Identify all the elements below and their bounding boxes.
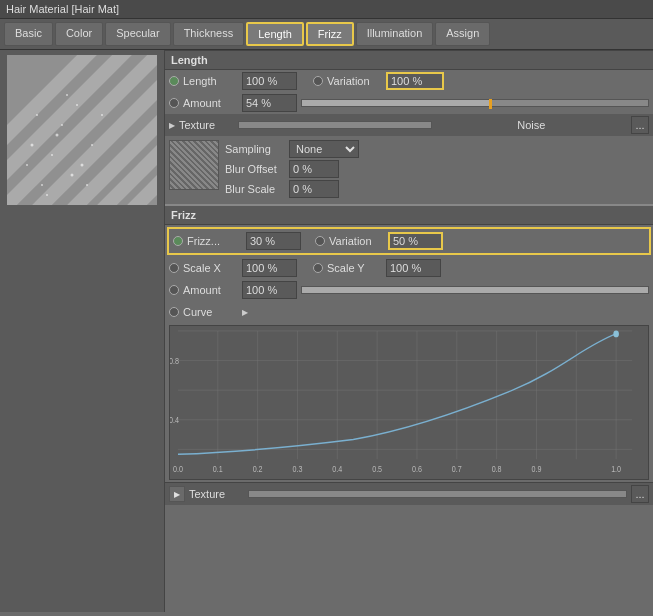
texture-detail: Sampling None Blur Offset Blur Scale: [165, 136, 653, 204]
svg-point-52: [613, 330, 619, 337]
length-input[interactable]: [242, 72, 297, 90]
noise-label: Noise: [436, 119, 628, 131]
svg-text:0.8: 0.8: [492, 464, 502, 474]
texture-dots-button[interactable]: ...: [631, 116, 649, 134]
tab-length[interactable]: Length: [246, 22, 304, 46]
curve-label: Curve: [183, 306, 238, 318]
svg-point-10: [76, 104, 78, 106]
tab-specular[interactable]: Specular: [105, 22, 170, 46]
amount-radio-length[interactable]: [169, 98, 179, 108]
blur-offset-row: Blur Offset: [225, 160, 649, 178]
svg-point-9: [56, 134, 59, 137]
svg-point-19: [86, 184, 88, 186]
svg-text:0.3: 0.3: [292, 464, 302, 474]
svg-text:0.0: 0.0: [173, 464, 183, 474]
preview-panel: [0, 50, 165, 612]
frizz-label: Frizz...: [187, 235, 242, 247]
blur-scale-label: Blur Scale: [225, 183, 285, 195]
svg-text:0.5: 0.5: [372, 464, 382, 474]
curve-chart[interactable]: 0.8 0.4 0.0 0.1 0.2 0.3 0.4 0.5 0.6 0.7 …: [169, 325, 649, 480]
amount-slider-frizz[interactable]: [301, 286, 649, 294]
scale-y-label: Scale Y: [327, 262, 382, 274]
frizz-input[interactable]: [246, 232, 301, 250]
svg-point-15: [61, 124, 63, 126]
scale-y-radio[interactable]: [313, 263, 323, 273]
scale-x-radio[interactable]: [169, 263, 179, 273]
svg-point-21: [101, 114, 103, 116]
amount-row-frizz: Amount: [165, 279, 653, 301]
blur-offset-label: Blur Offset: [225, 163, 285, 175]
texture-properties: Sampling None Blur Offset Blur Scale: [225, 140, 649, 200]
sampling-select[interactable]: None: [289, 140, 359, 158]
bottom-texture-dots-button[interactable]: ...: [631, 485, 649, 503]
texture-expand-arrow[interactable]: ▶: [169, 121, 175, 130]
window-title: Hair Material [Hair Mat]: [6, 3, 119, 15]
svg-point-22: [26, 164, 28, 166]
svg-text:0.6: 0.6: [412, 464, 422, 474]
blur-scale-row: Blur Scale: [225, 180, 649, 198]
variation-radio[interactable]: [313, 76, 323, 86]
main-content: Length Length Variation Amount ▶ Texture: [0, 50, 653, 612]
bottom-texture-label: Texture: [189, 488, 244, 500]
curve-radio[interactable]: [169, 307, 179, 317]
texture-row-length: ▶ Texture Noise ...: [165, 114, 653, 136]
tab-basic[interactable]: Basic: [4, 22, 53, 46]
svg-point-16: [81, 164, 84, 167]
texture-play-button[interactable]: ▶: [169, 486, 185, 502]
tab-illumination[interactable]: Illumination: [356, 22, 434, 46]
right-panel: Length Length Variation Amount ▶ Texture: [165, 50, 653, 612]
frizz-variation-radio[interactable]: [315, 236, 325, 246]
texture-label: Texture: [179, 119, 234, 131]
length-label: Length: [183, 75, 238, 87]
svg-text:0.4: 0.4: [170, 415, 179, 425]
svg-point-13: [91, 144, 93, 146]
noise-texture-thumb: [169, 140, 219, 190]
scale-xy-row: Scale X Scale Y: [165, 257, 653, 279]
svg-text:0.2: 0.2: [253, 464, 263, 474]
svg-point-17: [46, 194, 48, 196]
frizz-variation-input[interactable]: [388, 232, 443, 250]
frizz-main-row: Frizz... Variation: [167, 227, 651, 255]
bottom-texture-slider[interactable]: [248, 490, 627, 498]
tabs-row: Basic Color Specular Thickness Length Fr…: [0, 19, 653, 50]
frizz-radio[interactable]: [173, 236, 183, 246]
variation-input[interactable]: [386, 72, 444, 90]
variation-label: Variation: [327, 75, 382, 87]
curve-row: Curve ▶: [165, 301, 653, 323]
svg-point-14: [41, 184, 43, 186]
svg-point-11: [51, 154, 53, 156]
blur-offset-input[interactable]: [289, 160, 339, 178]
svg-point-18: [66, 94, 68, 96]
amount-row-length: Amount: [165, 92, 653, 114]
texture-slider[interactable]: [238, 121, 432, 129]
amount-radio-frizz[interactable]: [169, 285, 179, 295]
amount-label-frizz: Amount: [183, 284, 238, 296]
sampling-row: Sampling None: [225, 140, 649, 158]
svg-text:0.8: 0.8: [170, 356, 179, 366]
length-prop-row: Length Variation: [165, 70, 653, 92]
tab-frizz[interactable]: Frizz: [306, 22, 354, 46]
bottom-texture-row: ▶ Texture ...: [165, 482, 653, 505]
curve-expand-arrow[interactable]: ▶: [242, 308, 248, 317]
svg-text:0.1: 0.1: [213, 464, 223, 474]
scale-y-input[interactable]: [386, 259, 441, 277]
scale-x-input[interactable]: [242, 259, 297, 277]
scale-x-label: Scale X: [183, 262, 238, 274]
amount-input-length[interactable]: [242, 94, 297, 112]
blur-scale-input[interactable]: [289, 180, 339, 198]
title-bar: Hair Material [Hair Mat]: [0, 0, 653, 19]
amount-input-frizz[interactable]: [242, 281, 297, 299]
svg-point-20: [31, 144, 34, 147]
svg-text:0.4: 0.4: [332, 464, 342, 474]
svg-point-12: [71, 174, 74, 177]
tab-thickness[interactable]: Thickness: [173, 22, 245, 46]
tab-color[interactable]: Color: [55, 22, 103, 46]
svg-point-8: [36, 114, 38, 116]
sampling-label: Sampling: [225, 143, 285, 155]
tab-assign[interactable]: Assign: [435, 22, 490, 46]
length-radio[interactable]: [169, 76, 179, 86]
amount-slider-length[interactable]: [301, 99, 649, 107]
material-preview: [7, 55, 157, 205]
frizz-section-header: Frizz: [165, 204, 653, 225]
frizz-variation-label: Variation: [329, 235, 384, 247]
